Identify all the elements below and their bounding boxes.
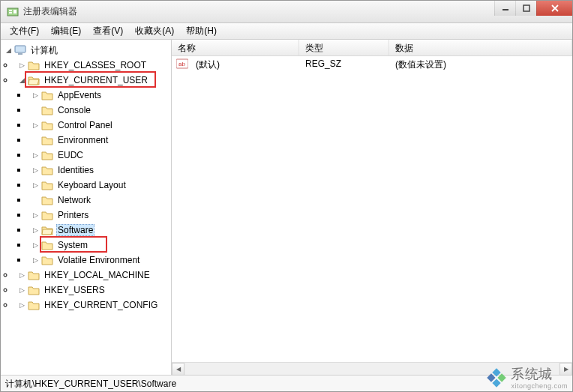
expand-icon[interactable]: ▷ [17, 271, 26, 280]
expand-icon[interactable]: ▷ [31, 241, 40, 250]
tree-item-appevents[interactable]: ▷AppEvents [28, 88, 171, 103]
expand-icon[interactable]: ▷ [31, 256, 40, 265]
tree-label: Identities [56, 164, 95, 176]
folder-icon [28, 270, 40, 280]
svg-rect-11 [498, 373, 506, 382]
tree-item-controlpanel[interactable]: ▷Control Panel [28, 118, 171, 133]
folder-icon [41, 135, 53, 145]
column-header-type[interactable]: 类型 [299, 40, 389, 55]
value-type: REG_SZ [299, 58, 389, 71]
folder-icon [28, 60, 40, 70]
expand-icon[interactable]: ▷ [17, 61, 26, 70]
menu-view[interactable]: 查看(V) [87, 23, 129, 39]
svg-rect-7 [18, 53, 22, 55]
tree-item-eudc[interactable]: ▷EUDC [28, 148, 171, 163]
folder-icon [41, 105, 53, 115]
tree-item-keyboard[interactable]: ▷Keyboard Layout [28, 178, 171, 193]
folder-open-icon [28, 75, 40, 85]
list-row-default[interactable]: ab (默认) REG_SZ (数值未设置) [172, 56, 572, 73]
tree-item-console[interactable]: ▷Console [28, 103, 171, 118]
close-button[interactable] [536, 1, 572, 16]
list-header: 名称 类型 数据 [172, 40, 572, 56]
expand-icon[interactable]: ▷ [31, 91, 40, 100]
tree-label: HKEY_CURRENT_CONFIG [43, 299, 159, 311]
menu-file[interactable]: 文件(F) [4, 23, 45, 39]
value-data: (数值未设置) [389, 58, 452, 71]
expand-icon[interactable]: ▷ [31, 166, 40, 175]
tree-label: HKEY_USERS [43, 284, 106, 296]
tree-hkcu[interactable]: ◢ HKEY_CURRENT_USER [14, 73, 171, 88]
expand-icon[interactable]: ▷ [31, 121, 40, 130]
tree-item-volatile[interactable]: ▷Volatile Environment [28, 253, 171, 268]
expand-icon[interactable]: ▷ [31, 211, 40, 220]
tree-hku[interactable]: ▷HKEY_USERS [14, 283, 171, 298]
window-controls [494, 1, 572, 16]
tree-label: System [56, 239, 89, 251]
minimize-button[interactable] [494, 1, 515, 16]
menu-help[interactable]: 帮助(H) [180, 23, 223, 39]
tree-item-software[interactable]: ▷Software [28, 223, 171, 238]
tree-label: Keyboard Layout [56, 179, 128, 191]
tree-hklm[interactable]: ▷HKEY_LOCAL_MACHINE [14, 268, 171, 283]
tree-label: Printers [56, 209, 90, 221]
titlebar: 注册表编辑器 [1, 1, 572, 23]
regedit-icon [7, 6, 19, 18]
expand-icon[interactable]: ▷ [31, 151, 40, 160]
collapse-icon[interactable]: ◢ [4, 46, 13, 55]
watermark-text: 系统城 [511, 367, 553, 382]
main-area: ◢ 计算机 ▷ HKEY_CLASSES_ROOT ◢ HK [1, 40, 572, 375]
expand-icon[interactable]: ▷ [31, 226, 40, 235]
menubar: 文件(F) 编辑(E) 查看(V) 收藏夹(A) 帮助(H) [1, 23, 572, 40]
window-title: 注册表编辑器 [23, 5, 77, 18]
folder-open-icon [41, 225, 53, 235]
list-body: ab (默认) REG_SZ (数值未设置) [172, 56, 572, 362]
watermark: 系统城 xitongcheng.com [487, 365, 568, 390]
tree-label: HKEY_LOCAL_MACHINE [43, 269, 152, 281]
column-header-data[interactable]: 数据 [389, 40, 572, 55]
svg-rect-2 [9, 12, 12, 13]
tree-hkcr[interactable]: ▷ HKEY_CLASSES_ROOT [14, 58, 171, 73]
svg-text:ab: ab [178, 61, 185, 67]
menu-favorites[interactable]: 收藏夹(A) [129, 23, 180, 39]
tree-root-label: 计算机 [29, 43, 59, 58]
maximize-button[interactable] [515, 1, 536, 16]
tree-item-printers[interactable]: ▷Printers [28, 208, 171, 223]
list-pane: 名称 类型 数据 ab (默认) REG_SZ (数值未设置) ◀ ▶ [172, 40, 572, 375]
svg-rect-10 [493, 368, 501, 376]
expand-icon[interactable]: ▷ [17, 301, 26, 310]
tree-label: EUDC [56, 149, 85, 161]
tree-root[interactable]: ◢ 计算机 [1, 43, 171, 58]
svg-rect-5 [524, 5, 530, 11]
expand-icon[interactable]: ▷ [17, 286, 26, 295]
computer-icon [14, 45, 26, 55]
tree-label-selected: Software [56, 224, 94, 236]
svg-rect-13 [493, 379, 501, 387]
tree-hkcc[interactable]: ▷HKEY_CURRENT_CONFIG [14, 298, 171, 313]
expand-icon[interactable]: ▷ [31, 181, 40, 190]
folder-icon [41, 150, 53, 160]
scroll-left-arrow[interactable]: ◀ [172, 363, 184, 376]
svg-rect-1 [9, 10, 12, 11]
string-value-icon: ab [176, 58, 188, 69]
svg-rect-12 [488, 373, 496, 382]
tree-label: Control Panel [56, 119, 114, 131]
folder-icon [41, 165, 53, 175]
folder-icon [41, 180, 53, 190]
folder-icon [28, 285, 40, 295]
folder-icon [41, 120, 53, 130]
folder-icon [41, 210, 53, 220]
folder-icon [41, 240, 53, 250]
watermark-subtext: xitongcheng.com [511, 383, 568, 390]
menu-edit[interactable]: 编辑(E) [45, 23, 87, 39]
tree-item-identities[interactable]: ▷Identities [28, 163, 171, 178]
tree-item-environment[interactable]: ▷Environment [28, 133, 171, 148]
watermark-logo-icon [487, 368, 506, 388]
tree-pane: ◢ 计算机 ▷ HKEY_CLASSES_ROOT ◢ HK [1, 40, 172, 375]
collapse-icon[interactable]: ◢ [17, 76, 26, 85]
tree-label: Console [56, 104, 92, 116]
tree-label: Network [56, 194, 92, 206]
tree-label: Environment [56, 134, 110, 146]
tree-item-network[interactable]: ▷Network [28, 193, 171, 208]
column-header-name[interactable]: 名称 [172, 40, 299, 55]
tree-item-system[interactable]: ▷System [28, 238, 171, 253]
